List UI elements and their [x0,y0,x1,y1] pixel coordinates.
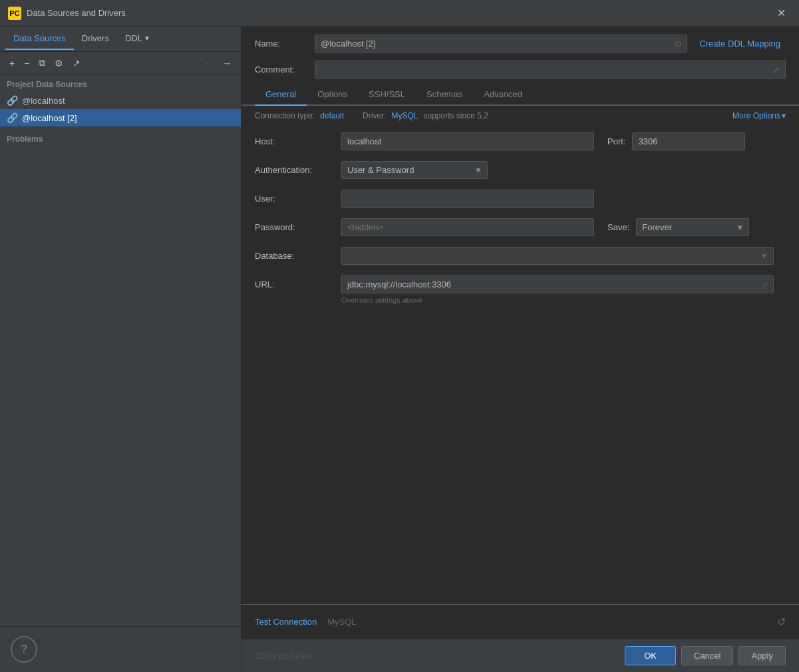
bottom-bar: Test Connection MySQL ↺ [241,604,799,639]
window-title: Data Sources and Drivers [27,8,772,18]
host-input[interactable] [341,132,594,150]
host-port-row: Host: Port: [255,132,786,150]
tab-ddl[interactable]: DDL ▼ [117,28,158,50]
port-input[interactable] [632,132,745,150]
create-ddl-button[interactable]: Create DDL Mapping [694,36,786,51]
auth-label: Authentication: [255,165,341,175]
password-label: Password: [255,222,341,232]
url-row: URL: ⤢ [255,275,786,293]
user-label: User: [255,194,341,204]
port-label: Port: [607,136,625,146]
url-hint: Overrides settings above [341,296,786,304]
left-panel: Data Sources Drivers DDL ▼ + − ⧉ ⚙ ↗ ← →… [0,27,241,672]
copy-button[interactable]: ⧉ [35,55,49,71]
url-expand-icon: ⤢ [762,280,768,289]
tree-item-localhost[interactable]: 🔗 @localhost [0,92,241,109]
host-label: Host: [255,136,341,146]
tree-item-label-selected: @localhost [2] [22,113,77,123]
watermark: CSDN @LiKEleen [255,652,314,660]
add-button[interactable]: + [5,55,19,71]
chevron-down-icon: ▾ [782,111,786,120]
close-button[interactable]: ✕ [772,4,791,22]
ddl-dropdown-arrow: ▼ [144,35,150,42]
name-row: Name: ⊙ Create DDL Mapping [241,27,799,58]
top-tabs: Data Sources Drivers DDL ▼ [0,27,241,52]
apply-button[interactable]: Apply [738,646,786,665]
detail-tabs: General Options SSH/SSL Schemas Advanced [241,84,799,106]
save-select[interactable]: Forever Until restart Never [636,218,749,236]
problems-header: Problems [0,129,241,146]
test-connection-button[interactable]: Test Connection [255,614,317,629]
db-icon: 🔗 [7,95,18,106]
name-input[interactable] [315,35,687,53]
database-label: Database: [255,251,341,261]
conn-type-value[interactable]: default [320,111,344,120]
url-input[interactable] [341,275,774,293]
left-footer: ? [0,626,241,672]
sync-icon: ⊙ [674,39,682,49]
comment-input[interactable] [315,61,786,79]
tab-sshssl[interactable]: SSH/SSL [358,84,416,106]
driver-value[interactable]: MySQL [391,111,418,120]
cancel-button[interactable]: Cancel [681,646,733,665]
conn-type-label: Connection type: [255,111,315,120]
tab-data-sources[interactable]: Data Sources [5,28,74,50]
tree-item-localhost2[interactable]: 🔗 @localhost [2] [0,109,241,126]
comment-row: Comment: ⤢ [241,58,799,84]
driver-since: supports since 5.2 [423,111,488,120]
comment-label: Comment: [255,65,308,75]
right-panel: Name: ⊙ Create DDL Mapping Comment: ⤢ Ge… [241,27,799,672]
save-label: Save: [607,222,629,232]
url-group: URL: ⤢ Overrides settings above [255,275,786,304]
app-icon: PC [8,7,21,20]
forward-button[interactable]: → [218,55,236,71]
tree-item-label: @localhost [22,96,65,106]
remove-button[interactable]: − [20,55,33,71]
url-label: URL: [255,279,341,289]
user-input[interactable] [341,190,594,208]
main-layout: Data Sources Drivers DDL ▼ + − ⧉ ⚙ ↗ ← →… [0,27,799,672]
dialog-footer: CSDN @LiKEleen OK Cancel Apply [241,639,799,672]
tab-general[interactable]: General [255,84,307,106]
project-data-sources-header: Project Data Sources [0,75,241,92]
more-options-button[interactable]: More Options ▾ [732,111,786,120]
db-type-label: MySQL [327,617,356,627]
left-toolbar: + − ⧉ ⚙ ↗ ← → [0,52,241,75]
settings-button[interactable]: ⚙ [51,55,67,71]
auth-row: Authentication: User & Password No auth … [255,161,786,179]
tab-schemas[interactable]: Schemas [416,84,473,106]
expand-icon: ⤢ [772,65,780,75]
tab-drivers[interactable]: Drivers [74,28,117,50]
conn-info-bar: Connection type: default Driver: MySQL s… [241,106,799,126]
tab-advanced[interactable]: Advanced [473,84,533,106]
db-icon-selected: 🔗 [7,112,18,123]
back-button[interactable]: ← [200,55,217,71]
help-button[interactable]: ? [11,636,37,663]
tab-options[interactable]: Options [307,84,358,106]
ok-button[interactable]: OK [625,646,676,665]
password-input[interactable] [341,218,594,236]
name-label: Name: [255,39,308,49]
title-bar: PC Data Sources and Drivers ✕ [0,0,799,27]
database-row: Database: ▼ [255,247,786,265]
export-button[interactable]: ↗ [69,55,84,71]
refresh-icon[interactable]: ↺ [777,615,786,628]
user-row: User: [255,190,786,208]
database-input[interactable] [341,247,774,265]
form-content: Host: Port: Authentication: User & Passw… [241,126,799,604]
auth-select[interactable]: User & Password No auth pgpass SSH [341,161,488,179]
password-row: Password: Save: Forever Until restart Ne… [255,218,786,236]
driver-label: Driver: [363,111,386,120]
